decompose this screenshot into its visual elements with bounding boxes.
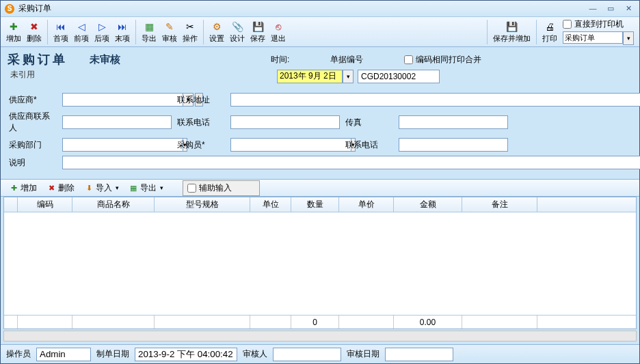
grid-total-3 <box>250 316 291 328</box>
contact-phone2-label: 联系电话 <box>345 139 393 151</box>
grid-total-2 <box>155 316 250 328</box>
operator-field[interactable] <box>36 348 91 361</box>
date-field[interactable]: 2013年 9月 2日 <box>277 70 343 83</box>
save-button[interactable]: 💾保存 <box>248 19 268 45</box>
contact-phone-input[interactable] <box>230 115 340 129</box>
exit-button[interactable]: ⎋退出 <box>268 19 289 45</box>
grid-add-button[interactable]: ✚增加 <box>5 181 41 195</box>
time-label: 时间: <box>271 54 289 66</box>
print-template-combo[interactable] <box>563 31 623 44</box>
supplier-label: 供应商* <box>9 94 57 106</box>
doc-number-field[interactable]: CGD20130002 <box>358 70 440 83</box>
ref-status: 未引用 <box>10 69 277 81</box>
grid-total-1 <box>72 316 155 328</box>
prev-button[interactable]: ◁前项 <box>71 19 92 45</box>
close-button[interactable]: ✕ <box>622 4 635 14</box>
add-button[interactable]: ✚增加 <box>3 19 24 45</box>
clip-icon: 📎 <box>231 20 243 33</box>
app-window: S 采购订单 — ▭ ✕ ✚增加 ✖删除 ⏮首项 ◁前项 ▷后项 ⏭末项 ▦导出… <box>0 0 640 364</box>
grid-total-5 <box>339 316 394 328</box>
grid-col-5[interactable]: 单价 <box>339 197 394 212</box>
aux-input-checkbox[interactable]: 辅助输入 <box>183 180 260 196</box>
fax-input[interactable] <box>399 115 508 129</box>
last-icon: ⏭ <box>116 20 129 33</box>
last-button[interactable]: ⏭末项 <box>112 19 133 45</box>
grid-header: 编码商品名称型号规格单位数量单价金额备注 <box>4 197 636 212</box>
audit-date-label: 审核日期 <box>347 348 379 360</box>
operator-label: 操作员 <box>6 348 31 360</box>
grid-col-4[interactable]: 数量 <box>291 197 339 212</box>
dept-label: 采购部门 <box>9 139 57 151</box>
export-button[interactable]: ▦导出 <box>139 19 159 45</box>
audit-button[interactable]: ✎审核 <box>159 19 180 45</box>
design-button[interactable]: 📎设计 <box>227 19 248 45</box>
grid-delete-button[interactable]: ✖删除 <box>42 181 79 195</box>
buyer-input[interactable] <box>230 138 351 152</box>
create-date-label: 制单日期 <box>96 348 129 360</box>
import-icon: ⬇ <box>84 183 94 193</box>
supplier-input[interactable] <box>62 93 183 107</box>
export-icon: ▦ <box>143 20 155 33</box>
dept-input[interactable] <box>62 138 183 152</box>
docno-label: 单据编号 <box>330 54 363 66</box>
x-icon: ✖ <box>46 183 56 193</box>
print-button[interactable]: 🖨打印 <box>539 19 560 45</box>
grid-total-0 <box>18 316 72 328</box>
grid-col-0[interactable]: 编码 <box>18 197 72 212</box>
grid-footer: 00.00 <box>4 315 636 328</box>
save-icon: 💾 <box>252 20 264 33</box>
grid-import-button[interactable]: ⬇导入▾ <box>80 181 123 195</box>
app-icon: S <box>5 4 14 14</box>
buyer-label: 采购员* <box>177 139 225 151</box>
contact-phone2-input[interactable] <box>399 138 508 152</box>
grid-total-6: 0.00 <box>394 316 462 328</box>
print-template-dropdown[interactable]: ▾ <box>623 31 634 45</box>
delete-button[interactable]: ✖删除 <box>24 19 44 45</box>
plus-icon: ✚ <box>9 183 18 193</box>
grid-col-7[interactable]: 备注 <box>462 197 537 212</box>
audit-date-field[interactable] <box>385 348 453 361</box>
grid-row-selector-header[interactable] <box>4 197 18 212</box>
minimize-button[interactable]: — <box>586 4 600 14</box>
fax-label: 传真 <box>345 117 393 128</box>
desc-label: 说明 <box>9 157 57 169</box>
page-title: 采购订单 <box>8 51 68 68</box>
horizontal-scrollbar[interactable] <box>3 331 637 341</box>
grid-total-7 <box>462 316 537 328</box>
create-date-field[interactable] <box>135 348 237 361</box>
merge-print-checkbox[interactable]: 编码相同打印合并 <box>404 54 481 66</box>
direct-print-checkbox[interactable]: 直接到打印机 <box>563 18 634 30</box>
grid-export-button[interactable]: ▦导出▾ <box>124 181 168 195</box>
audit-icon: ✎ <box>163 20 176 33</box>
gear-icon: ⚙ <box>211 20 223 33</box>
desc-input[interactable] <box>62 156 640 169</box>
auditor-label: 审核人 <box>243 348 267 360</box>
audit-status: 未审核 <box>90 53 120 66</box>
main-toolbar: ✚增加 ✖删除 ⏮首项 ◁前项 ▷后项 ⏭末项 ▦导出 ✎审核 ✂操作 ⚙设置 … <box>1 17 639 47</box>
first-button[interactable]: ⏮首项 <box>51 19 71 45</box>
x-icon: ✖ <box>28 20 40 33</box>
supplier-contact-input[interactable] <box>62 115 172 129</box>
grid-col-3[interactable]: 单位 <box>250 197 291 212</box>
settings-button[interactable]: ⚙设置 <box>206 19 227 45</box>
supplier-contact-label: 供应商联系人 <box>9 111 57 134</box>
contact-phone-label: 联系电话 <box>177 117 225 128</box>
titlebar: S 采购订单 — ▭ ✕ <box>1 1 639 17</box>
maximize-button[interactable]: ▭ <box>604 4 617 14</box>
grid-total-4: 0 <box>291 316 339 328</box>
plus-icon: ✚ <box>8 20 20 33</box>
grid-body[interactable] <box>4 212 636 315</box>
form-grid: 供应商* ▾… 联系地址 供应商联系人 联系电话 传真 采购部门 ▾ 采购员* … <box>8 90 632 172</box>
next-button[interactable]: ▷后项 <box>92 19 112 45</box>
date-picker-button[interactable]: ▾ <box>343 70 354 83</box>
grid-col-6[interactable]: 金额 <box>394 197 462 212</box>
save-add-icon: 💾 <box>506 20 518 33</box>
contact-addr-input[interactable] <box>230 93 640 107</box>
status-bar: 操作员 制单日期 审核人 审核日期 <box>1 344 639 363</box>
operate-button[interactable]: ✂操作 <box>180 19 200 45</box>
grid-col-2[interactable]: 型号规格 <box>155 197 250 212</box>
save-and-add-button[interactable]: 💾保存并增加 <box>490 19 533 45</box>
auditor-field[interactable] <box>273 348 341 361</box>
window-title: 采购订单 <box>18 3 586 14</box>
grid-col-1[interactable]: 商品名称 <box>72 197 155 212</box>
